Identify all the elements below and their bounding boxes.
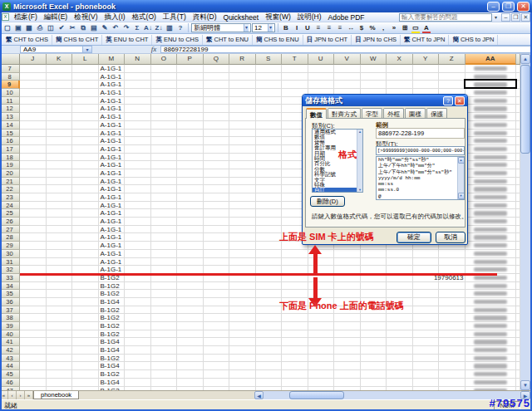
cell-W39[interactable] [361,322,387,330]
cell-O38[interactable] [151,314,178,322]
cell-Z36[interactable] [439,298,466,306]
row-header-21[interactable]: 21 [0,178,20,186]
column-header-V[interactable]: V [334,54,361,65]
cell-O28[interactable] [151,233,178,242]
cell-X42[interactable] [387,346,413,355]
cell-P15[interactable] [177,130,204,138]
cell-V45[interactable] [334,370,361,379]
cell-K17[interactable] [47,145,73,154]
cell-P7[interactable] [177,65,204,73]
cell-Q26[interactable] [204,218,230,226]
cell-Y45[interactable] [413,370,440,379]
cell-Y8[interactable] [413,73,440,81]
cell-T30[interactable] [282,250,308,258]
row-header-23[interactable]: 23 [0,193,20,202]
cell-V35[interactable] [334,290,361,298]
type-code-item[interactable]: 上午/下午hh"時"mm"分"ss"秒" [377,169,457,175]
cell-U42[interactable] [308,346,335,355]
cell-Y44[interactable] [413,362,440,370]
row-header-30[interactable]: 30 [0,250,20,258]
row-header-35[interactable]: 35 [0,290,20,298]
chevron-down-icon[interactable]: ▾ [244,24,249,32]
cell-J35[interactable] [20,290,47,298]
cell-S18[interactable] [256,154,283,162]
cell-L37[interactable] [72,306,99,315]
cell-P27[interactable] [177,226,204,234]
cell-P8[interactable] [177,73,204,81]
cell-Q17[interactable] [204,145,230,154]
cell-M10[interactable]: A-1G-1 [99,89,126,97]
cell-M22[interactable]: A-1G-1 [99,185,126,193]
cell-Q8[interactable] [204,73,230,81]
scroll-down-icon[interactable]: ▼ [520,380,530,390]
cell-K30[interactable] [47,250,73,258]
cell-T31[interactable] [282,258,308,267]
cell-T39[interactable] [282,322,308,330]
cell-J39[interactable] [20,322,47,330]
cell-O23[interactable] [151,193,178,202]
cell-R35[interactable] [229,290,256,298]
cell-U7[interactable] [308,65,335,73]
type-code-item[interactable]: @ [377,193,457,199]
cell-L24[interactable] [72,202,99,210]
cell-S37[interactable] [256,306,283,315]
cell-Q24[interactable] [204,202,230,210]
category-item[interactable]: 自訂 [313,188,357,193]
cell-S42[interactable] [256,346,283,355]
sheet-tab-phonebook[interactable]: phonebook [33,391,79,399]
type-list-scrollbar[interactable]: ▲▼ [457,157,464,199]
cell-AA24[interactable] [466,202,517,210]
cell-Q38[interactable] [204,314,230,322]
cell-AA10[interactable] [466,89,517,97]
comma-style-button[interactable]: , [378,23,388,33]
cell-M13[interactable]: A-1G-1 [99,113,126,121]
cell-AA41[interactable] [466,338,517,346]
cell-S27[interactable] [256,226,283,234]
cell-K27[interactable] [47,226,73,234]
cell-W35[interactable] [361,290,387,298]
cell-Q10[interactable] [204,89,230,97]
cell-K15[interactable] [47,130,73,138]
row-header-42[interactable]: 42 [0,346,20,355]
cell-Z40[interactable] [439,330,466,339]
cell-N24[interactable] [125,202,151,210]
cell-P18[interactable] [177,154,204,162]
cell-M21[interactable]: A-1G-1 [99,178,126,186]
maximize-button[interactable]: ❐ [502,2,515,12]
row-header-14[interactable]: 14 [0,121,20,130]
cell-T44[interactable] [282,362,308,370]
chevron-down-icon[interactable]: ▾ [268,24,273,32]
cell-N29[interactable] [125,242,151,250]
cell-L30[interactable] [72,250,99,258]
format-painter-icon[interactable]: ✎ [100,23,110,33]
cell-P12[interactable] [177,105,204,113]
cell-L15[interactable] [72,130,99,138]
column-header-R[interactable]: R [229,54,256,65]
cell-N28[interactable] [125,233,151,242]
cut-icon[interactable]: ✂ [67,23,77,33]
name-box-dropdown-icon[interactable]: ▾ [83,46,92,53]
cell-Q11[interactable] [204,97,230,105]
column-header-Z[interactable]: Z [439,54,466,65]
cell-AA44[interactable] [466,362,517,370]
cell-J30[interactable] [20,250,47,258]
cell-U40[interactable] [308,330,335,339]
cell-Q22[interactable] [204,185,230,193]
cell-AA27[interactable] [466,226,517,234]
cell-Y30[interactable] [413,250,440,258]
cell-Q44[interactable] [204,362,230,370]
cell-O41[interactable] [151,338,178,346]
cell-P20[interactable] [177,169,204,178]
cell-S40[interactable] [256,330,283,339]
cell-J15[interactable] [20,130,47,138]
cell-X39[interactable] [387,322,413,330]
column-header-Y[interactable]: Y [413,54,440,65]
cell-K45[interactable] [47,370,73,379]
cell-O39[interactable] [151,322,178,330]
cell-J23[interactable] [20,193,47,202]
cell-P14[interactable] [177,121,204,130]
cell-AA43[interactable] [466,355,517,363]
cell-M8[interactable]: A-1G-1 [99,73,126,81]
cell-P42[interactable] [177,346,204,355]
cell-P25[interactable] [177,209,204,218]
